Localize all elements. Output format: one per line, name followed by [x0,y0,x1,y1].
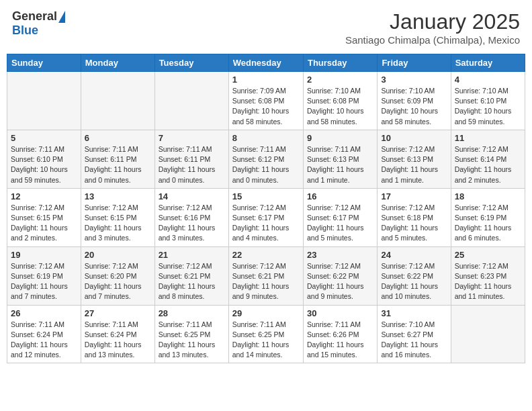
day-info: Sunrise: 7:09 AM Sunset: 6:08 PM Dayligh… [232,86,300,127]
day-number: 1 [232,75,300,85]
calendar-cell: 12Sunrise: 7:12 AM Sunset: 6:15 PM Dayli… [7,188,81,246]
day-number: 29 [232,308,300,318]
day-info: Sunrise: 7:11 AM Sunset: 6:24 PM Dayligh… [11,320,77,361]
month-title: January 2025 [345,9,520,34]
calendar-cell: 21Sunrise: 7:12 AM Sunset: 6:21 PM Dayli… [154,246,228,305]
calendar-cell: 28Sunrise: 7:11 AM Sunset: 6:25 PM Dayli… [154,305,228,363]
day-number: 11 [455,133,521,143]
day-number: 17 [381,191,447,201]
day-info: Sunrise: 7:11 AM Sunset: 6:11 PM Dayligh… [85,144,151,185]
day-info: Sunrise: 7:11 AM Sunset: 6:25 PM Dayligh… [159,320,225,361]
calendar-header-monday: Monday [81,54,154,72]
day-number: 7 [159,133,225,143]
day-number: 9 [307,133,373,143]
calendar-cell: 25Sunrise: 7:12 AM Sunset: 6:23 PM Dayli… [451,246,525,305]
title-block: January 2025 Santiago Chimalpa (Chimalpa… [345,9,520,46]
day-info: Sunrise: 7:12 AM Sunset: 6:20 PM Dayligh… [85,261,151,302]
day-info: Sunrise: 7:12 AM Sunset: 6:21 PM Dayligh… [232,261,300,302]
logo: General Blue [12,9,65,38]
day-info: Sunrise: 7:12 AM Sunset: 6:16 PM Dayligh… [159,203,225,244]
calendar-week-row: 19Sunrise: 7:12 AM Sunset: 6:19 PM Dayli… [7,246,525,305]
day-number: 19 [11,250,77,260]
day-info: Sunrise: 7:11 AM Sunset: 6:25 PM Dayligh… [232,320,300,361]
day-info: Sunrise: 7:12 AM Sunset: 6:13 PM Dayligh… [381,144,447,185]
day-number: 14 [159,191,225,201]
calendar-cell: 26Sunrise: 7:11 AM Sunset: 6:24 PM Dayli… [7,305,81,363]
day-info: Sunrise: 7:12 AM Sunset: 6:22 PM Dayligh… [307,261,373,302]
day-number: 13 [85,191,151,201]
day-info: Sunrise: 7:12 AM Sunset: 6:19 PM Dayligh… [11,261,77,302]
day-number: 2 [307,75,373,85]
day-info: Sunrise: 7:11 AM Sunset: 6:24 PM Dayligh… [85,320,151,361]
day-number: 22 [232,250,300,260]
calendar-cell [81,72,154,130]
day-number: 25 [455,250,521,260]
day-number: 3 [381,75,447,85]
day-number: 23 [307,250,373,260]
day-info: Sunrise: 7:10 AM Sunset: 6:10 PM Dayligh… [455,86,521,127]
day-info: Sunrise: 7:10 AM Sunset: 6:27 PM Dayligh… [381,320,447,361]
logo-blue-text: Blue [12,24,38,38]
calendar-header-sunday: Sunday [7,54,81,72]
calendar-cell: 14Sunrise: 7:12 AM Sunset: 6:16 PM Dayli… [154,188,228,246]
day-number: 20 [85,250,151,260]
calendar-header-tuesday: Tuesday [154,54,228,72]
calendar-cell: 24Sunrise: 7:12 AM Sunset: 6:22 PM Dayli… [378,246,451,305]
day-number: 18 [455,191,521,201]
day-number: 10 [381,133,447,143]
calendar-cell: 5Sunrise: 7:11 AM Sunset: 6:10 PM Daylig… [7,130,81,188]
day-number: 28 [159,308,225,318]
calendar-week-row: 12Sunrise: 7:12 AM Sunset: 6:15 PM Dayli… [7,188,525,246]
calendar-cell: 27Sunrise: 7:11 AM Sunset: 6:24 PM Dayli… [81,305,154,363]
calendar-cell: 22Sunrise: 7:12 AM Sunset: 6:21 PM Dayli… [228,246,303,305]
day-number: 5 [11,133,77,143]
page-header: General Blue January 2025 Santiago Chima… [7,7,525,48]
day-info: Sunrise: 7:12 AM Sunset: 6:19 PM Dayligh… [455,203,521,244]
calendar-table: SundayMondayTuesdayWednesdayThursdayFrid… [7,54,525,363]
day-info: Sunrise: 7:12 AM Sunset: 6:21 PM Dayligh… [159,261,225,302]
calendar-cell [154,72,228,130]
day-info: Sunrise: 7:12 AM Sunset: 6:17 PM Dayligh… [307,203,373,244]
calendar-header-wednesday: Wednesday [228,54,303,72]
calendar-cell: 7Sunrise: 7:11 AM Sunset: 6:11 PM Daylig… [154,130,228,188]
day-number: 21 [159,250,225,260]
calendar-cell: 11Sunrise: 7:12 AM Sunset: 6:14 PM Dayli… [451,130,525,188]
day-info: Sunrise: 7:11 AM Sunset: 6:12 PM Dayligh… [232,144,300,185]
calendar-week-row: 1Sunrise: 7:09 AM Sunset: 6:08 PM Daylig… [7,72,525,130]
day-number: 15 [232,191,300,201]
calendar-cell: 29Sunrise: 7:11 AM Sunset: 6:25 PM Dayli… [228,305,303,363]
calendar-header-thursday: Thursday [303,54,377,72]
calendar-cell: 4Sunrise: 7:10 AM Sunset: 6:10 PM Daylig… [451,72,525,130]
logo-general-text: General [12,9,57,24]
logo-triangle-icon [58,11,65,23]
day-info: Sunrise: 7:11 AM Sunset: 6:10 PM Dayligh… [11,144,77,185]
day-number: 26 [11,308,77,318]
day-info: Sunrise: 7:12 AM Sunset: 6:15 PM Dayligh… [11,203,77,244]
day-number: 24 [381,250,447,260]
day-info: Sunrise: 7:10 AM Sunset: 6:08 PM Dayligh… [307,86,373,127]
calendar-cell: 15Sunrise: 7:12 AM Sunset: 6:17 PM Dayli… [228,188,303,246]
day-number: 31 [381,308,447,318]
calendar-cell: 13Sunrise: 7:12 AM Sunset: 6:15 PM Dayli… [81,188,154,246]
calendar-body: 1Sunrise: 7:09 AM Sunset: 6:08 PM Daylig… [7,72,525,363]
calendar-header-saturday: Saturday [451,54,525,72]
calendar-cell [451,305,525,363]
day-number: 16 [307,191,373,201]
day-info: Sunrise: 7:11 AM Sunset: 6:13 PM Dayligh… [307,144,373,185]
day-info: Sunrise: 7:12 AM Sunset: 6:18 PM Dayligh… [381,203,447,244]
location-subtitle: Santiago Chimalpa (Chimalpa), Mexico [345,34,520,46]
calendar-cell [7,72,81,130]
calendar-cell: 3Sunrise: 7:10 AM Sunset: 6:09 PM Daylig… [378,72,451,130]
day-number: 30 [307,308,373,318]
day-number: 6 [85,133,151,143]
day-number: 27 [85,308,151,318]
calendar-week-row: 26Sunrise: 7:11 AM Sunset: 6:24 PM Dayli… [7,305,525,363]
day-info: Sunrise: 7:10 AM Sunset: 6:09 PM Dayligh… [381,86,447,127]
calendar-cell: 30Sunrise: 7:11 AM Sunset: 6:26 PM Dayli… [303,305,377,363]
calendar-cell: 2Sunrise: 7:10 AM Sunset: 6:08 PM Daylig… [303,72,377,130]
calendar-cell: 17Sunrise: 7:12 AM Sunset: 6:18 PM Dayli… [378,188,451,246]
calendar-cell: 10Sunrise: 7:12 AM Sunset: 6:13 PM Dayli… [378,130,451,188]
day-info: Sunrise: 7:12 AM Sunset: 6:22 PM Dayligh… [381,261,447,302]
calendar-cell: 9Sunrise: 7:11 AM Sunset: 6:13 PM Daylig… [303,130,377,188]
calendar-cell: 1Sunrise: 7:09 AM Sunset: 6:08 PM Daylig… [228,72,303,130]
